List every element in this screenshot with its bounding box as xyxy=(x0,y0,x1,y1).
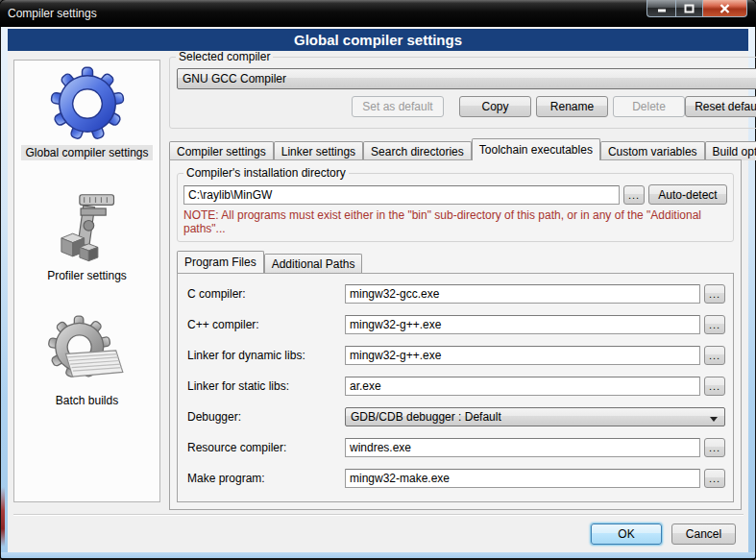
field-row-dynamic-linker: Linker for dynamic libs: ... xyxy=(187,346,725,365)
tab-search-directories[interactable]: Search directories xyxy=(363,141,472,160)
tab-linker-settings[interactable]: Linker settings xyxy=(274,141,363,160)
blue-gear-icon xyxy=(48,64,127,143)
footer-buttons: OK Cancel xyxy=(8,523,748,545)
c-compiler-input[interactable] xyxy=(345,284,700,304)
sidebar-item-batch-builds[interactable]: Batch builds xyxy=(46,312,129,408)
compiler-settings-dialog: Compiler settings Global compiler settin… xyxy=(0,0,756,560)
tab-compiler-settings[interactable]: Compiler settings xyxy=(169,141,274,160)
bin-subdirectory-note: NOTE: All programs must exist either in … xyxy=(183,208,727,235)
footer-divider xyxy=(13,514,744,516)
sidebar-item-label: Global compiler settings xyxy=(21,145,152,160)
program-files-panel: C compiler: ... C++ compiler: ... Linker… xyxy=(177,273,734,502)
tab-additional-paths[interactable]: Additional Paths xyxy=(264,254,363,273)
ok-button[interactable]: OK xyxy=(591,523,662,545)
minimize-button[interactable] xyxy=(646,0,675,17)
installation-directory-group-label: Compiler's installation directory xyxy=(183,166,349,180)
field-row-c-compiler: C compiler: ... xyxy=(187,284,725,304)
reset-defaults-button[interactable]: Reset defaults xyxy=(685,96,756,117)
program-files-tabs: Program Files Additional Paths xyxy=(177,252,734,273)
window-border-bottom xyxy=(1,552,755,558)
field-label: Resource compiler: xyxy=(187,441,341,454)
tab-toolchain-executables[interactable]: Toolchain executables xyxy=(472,138,600,160)
copy-button[interactable]: Copy xyxy=(459,96,531,117)
tab-custom-variables[interactable]: Custom variables xyxy=(600,141,705,160)
minimize-icon xyxy=(657,4,667,12)
browse-make-program-button[interactable]: ... xyxy=(704,469,725,488)
field-label: C++ compiler: xyxy=(187,318,341,331)
field-row-resource-compiler: Resource compiler: ... xyxy=(187,438,725,457)
make-program-input[interactable] xyxy=(345,469,700,488)
field-row-cpp-compiler: C++ compiler: ... xyxy=(187,315,725,334)
rename-button[interactable]: Rename xyxy=(536,96,608,117)
main-panel: Selected compiler GNU GCC Compiler Set a… xyxy=(169,27,743,552)
gray-gear-stack-icon xyxy=(46,312,129,391)
cancel-button[interactable]: Cancel xyxy=(671,523,736,545)
caliper-icon xyxy=(50,187,123,266)
field-label: Linker for dynamic libs: xyxy=(187,349,341,362)
window-border-left xyxy=(1,27,8,558)
caption-buttons xyxy=(646,0,747,17)
browse-dynamic-linker-button[interactable]: ... xyxy=(704,346,725,365)
settings-tabs: Compiler settings Linker settings Search… xyxy=(169,138,741,160)
compiler-select[interactable]: GNU GCC Compiler xyxy=(177,68,756,89)
compiler-select-value: GNU GCC Compiler xyxy=(183,72,286,85)
selected-compiler-group: Selected compiler GNU GCC Compiler Set a… xyxy=(169,50,756,129)
dynamic-linker-input[interactable] xyxy=(345,346,700,365)
browse-c-compiler-button[interactable]: ... xyxy=(704,284,725,304)
browse-directory-button[interactable]: ... xyxy=(623,185,645,205)
chevron-down-icon xyxy=(710,417,718,422)
installation-directory-input[interactable] xyxy=(183,185,620,205)
maximize-icon xyxy=(684,4,695,13)
debugger-select[interactable]: GDB/CDB debugger : Default xyxy=(345,407,725,426)
field-row-static-linker: Linker for static libs: ... xyxy=(187,377,725,396)
tab-build-options[interactable]: Build options xyxy=(705,141,756,160)
field-row-debugger: Debugger: GDB/CDB debugger : Default xyxy=(187,407,725,426)
field-label: C compiler: xyxy=(187,287,341,301)
field-label: Debugger: xyxy=(187,410,341,424)
field-label: Make program: xyxy=(187,472,341,485)
sidebar-item-profiler-settings[interactable]: Profiler settings xyxy=(43,187,131,283)
sidebar-item-global-compiler-settings[interactable]: Global compiler settings xyxy=(21,64,152,160)
cpp-compiler-input[interactable] xyxy=(345,315,700,334)
resource-compiler-input[interactable] xyxy=(345,438,700,457)
selected-compiler-group-label: Selected compiler xyxy=(176,50,273,63)
set-as-default-button[interactable]: Set as default xyxy=(352,96,444,117)
field-label: Linker for static libs: xyxy=(187,379,341,393)
sidebar-item-label: Profiler settings xyxy=(43,268,131,283)
titlebar[interactable]: Compiler settings xyxy=(0,0,756,27)
sidebar-item-label: Batch builds xyxy=(52,393,122,408)
tab-program-files[interactable]: Program Files xyxy=(177,251,264,273)
toolchain-executables-panel: Compiler's installation directory ... Au… xyxy=(169,159,742,510)
dialog-content: Global compiler settings xyxy=(8,27,748,552)
close-button[interactable] xyxy=(703,0,747,17)
field-row-make-program: Make program: ... xyxy=(187,469,725,488)
close-icon xyxy=(719,4,730,13)
settings-category-list: Global compiler settings xyxy=(13,60,160,502)
installation-directory-group: Compiler's installation directory ... Au… xyxy=(177,166,734,242)
browse-static-linker-button[interactable]: ... xyxy=(704,377,725,396)
browse-cpp-compiler-button[interactable]: ... xyxy=(704,315,725,334)
installation-directory-row: ... Auto-detect xyxy=(178,180,733,205)
compiler-buttons-row: Set as default Copy Rename Delete Reset … xyxy=(177,96,756,117)
auto-detect-button[interactable]: Auto-detect xyxy=(648,184,727,205)
window-title: Compiler settings xyxy=(0,7,97,20)
browse-resource-compiler-button[interactable]: ... xyxy=(704,438,725,457)
maximize-button[interactable] xyxy=(675,0,703,17)
debugger-select-value: GDB/CDB debugger : Default xyxy=(351,410,501,424)
delete-button[interactable]: Delete xyxy=(613,96,685,117)
static-linker-input[interactable] xyxy=(345,377,700,396)
